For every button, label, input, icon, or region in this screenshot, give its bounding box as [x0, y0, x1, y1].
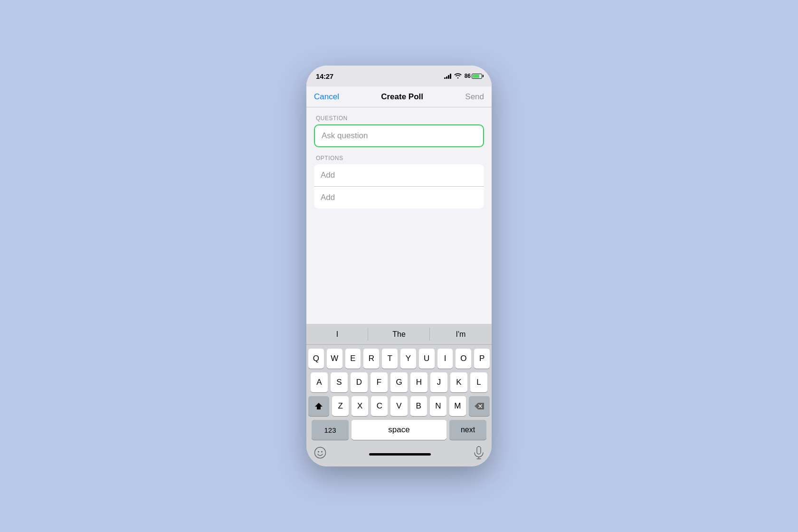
- key-m[interactable]: M: [449, 396, 466, 416]
- suggestion-i[interactable]: I: [306, 324, 368, 344]
- key-l[interactable]: L: [470, 372, 487, 392]
- key-k[interactable]: K: [450, 372, 467, 392]
- key-e[interactable]: E: [345, 349, 361, 369]
- key-t[interactable]: T: [382, 349, 398, 369]
- key-x[interactable]: X: [352, 396, 368, 416]
- key-r[interactable]: R: [363, 349, 379, 369]
- option-2-input[interactable]: [314, 187, 484, 209]
- key-row-3: Z X C V B N M: [308, 396, 490, 416]
- key-z[interactable]: Z: [332, 396, 349, 416]
- key-a[interactable]: A: [311, 372, 328, 392]
- key-y[interactable]: Y: [400, 349, 416, 369]
- cancel-button[interactable]: Cancel: [314, 92, 339, 102]
- key-j[interactable]: J: [430, 372, 447, 392]
- phone-frame: 14:27 86 C: [306, 66, 492, 466]
- suggestions-row: I The I'm: [306, 324, 492, 345]
- key-s[interactable]: S: [331, 372, 348, 392]
- status-time: 14:27: [316, 72, 333, 80]
- question-label: QUESTION: [314, 115, 484, 122]
- numbers-key[interactable]: 123: [312, 420, 349, 440]
- svg-point-2: [318, 451, 319, 453]
- shift-key[interactable]: [308, 396, 329, 416]
- svg-point-3: [321, 451, 323, 453]
- key-row-4: 123 space next: [308, 420, 490, 440]
- status-icons: 86: [444, 72, 482, 80]
- option-1-input[interactable]: [314, 164, 484, 187]
- backspace-key[interactable]: [469, 396, 490, 416]
- key-b[interactable]: B: [410, 396, 427, 416]
- svg-point-1: [315, 447, 326, 458]
- key-f[interactable]: F: [370, 372, 388, 392]
- battery-level: 86: [465, 73, 471, 79]
- key-u[interactable]: U: [419, 349, 435, 369]
- home-indicator: [369, 453, 431, 456]
- key-row-1: Q W E R T Y U I O P: [308, 349, 490, 369]
- send-button[interactable]: Send: [465, 92, 484, 102]
- suggestion-im[interactable]: I'm: [430, 324, 492, 344]
- options-section: OPTIONS: [306, 147, 492, 209]
- key-d[interactable]: D: [351, 372, 368, 392]
- key-v[interactable]: V: [390, 396, 407, 416]
- nav-title: Create Poll: [381, 92, 423, 102]
- keyboard: I The I'm Q W E R T Y U I O P A S: [306, 324, 492, 466]
- empty-area: [306, 209, 492, 324]
- key-i[interactable]: I: [437, 349, 453, 369]
- content-area: QUESTION OPTIONS: [306, 107, 492, 324]
- question-section: QUESTION: [306, 107, 492, 147]
- key-c[interactable]: C: [371, 396, 388, 416]
- mic-button[interactable]: [474, 446, 484, 462]
- key-q[interactable]: Q: [308, 349, 324, 369]
- battery-icon: 86: [465, 73, 482, 79]
- keys-area: Q W E R T Y U I O P A S D F G H J K: [306, 345, 492, 442]
- key-o[interactable]: O: [456, 349, 471, 369]
- next-key[interactable]: next: [449, 420, 486, 440]
- svg-marker-0: [315, 403, 323, 409]
- nav-bar: Cancel Create Poll Send: [306, 86, 492, 107]
- suggestion-the[interactable]: The: [368, 324, 430, 344]
- wifi-icon: [454, 72, 462, 80]
- bottom-bar: [306, 442, 492, 466]
- emoji-button[interactable]: [314, 446, 326, 462]
- status-bar: 14:27 86: [306, 66, 492, 86]
- question-input[interactable]: [314, 124, 484, 147]
- key-g[interactable]: G: [390, 372, 408, 392]
- key-row-2: A S D F G H J K L: [308, 372, 490, 392]
- key-p[interactable]: P: [474, 349, 490, 369]
- options-label: OPTIONS: [314, 155, 484, 162]
- signal-icon: [444, 73, 451, 79]
- key-w[interactable]: W: [327, 349, 342, 369]
- options-container: [314, 164, 484, 209]
- space-key[interactable]: space: [352, 420, 446, 440]
- svg-rect-4: [477, 446, 481, 454]
- key-h[interactable]: H: [410, 372, 428, 392]
- key-n[interactable]: N: [430, 396, 446, 416]
